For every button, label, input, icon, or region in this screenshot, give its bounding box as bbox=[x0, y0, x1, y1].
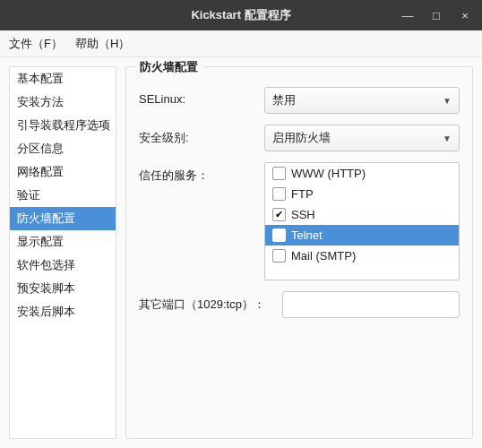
service-item-4[interactable]: Mail (SMTP) bbox=[265, 246, 459, 266]
service-label: WWW (HTTP) bbox=[291, 167, 366, 180]
service-label: Mail (SMTP) bbox=[291, 249, 356, 263]
other-ports-input[interactable] bbox=[282, 291, 460, 318]
service-label: FTP bbox=[291, 187, 314, 201]
service-item-2[interactable]: ✔SSH bbox=[265, 204, 459, 225]
checkbox-icon[interactable] bbox=[272, 228, 286, 242]
checkbox-icon[interactable] bbox=[272, 167, 286, 180]
firewall-groupbox: 防火墙配置 SELinux: 禁用 ▼ 安全级别: 启用防火墙 ▼ 信任的服务：… bbox=[125, 66, 473, 439]
sidebar: 基本配置安装方法引导装载程序选项分区信息网络配置验证防火墙配置显示配置软件包选择… bbox=[9, 66, 116, 439]
menu-help[interactable]: 帮助（H） bbox=[75, 36, 130, 52]
content-area: 基本配置安装方法引导装载程序选项分区信息网络配置验证防火墙配置显示配置软件包选择… bbox=[0, 57, 482, 448]
sidebar-item-6[interactable]: 防火墙配置 bbox=[10, 207, 116, 230]
service-item-3[interactable]: Telnet bbox=[265, 225, 459, 246]
sidebar-item-2[interactable]: 引导装载程序选项 bbox=[10, 114, 116, 137]
sidebar-item-1[interactable]: 安装方法 bbox=[10, 90, 116, 114]
service-item-1[interactable]: FTP bbox=[265, 184, 459, 204]
sidebar-item-0[interactable]: 基本配置 bbox=[10, 67, 116, 90]
minimize-button[interactable]: — bbox=[398, 5, 417, 25]
selinux-row: SELinux: 禁用 ▼ bbox=[139, 87, 460, 114]
service-item-0[interactable]: WWW (HTTP) bbox=[265, 163, 459, 184]
selinux-value: 禁用 bbox=[272, 92, 296, 108]
window-controls: — □ × bbox=[398, 5, 475, 25]
trusted-services-label: 信任的服务： bbox=[139, 162, 264, 184]
menu-file[interactable]: 文件（F） bbox=[9, 36, 63, 52]
security-level-combobox[interactable]: 启用防火墙 ▼ bbox=[264, 125, 460, 151]
trusted-services-row: 信任的服务： WWW (HTTP)FTP✔SSHTelnetMail (SMTP… bbox=[139, 162, 460, 280]
selinux-label: SELinux: bbox=[139, 87, 264, 106]
main-panel: 防火墙配置 SELinux: 禁用 ▼ 安全级别: 启用防火墙 ▼ 信任的服务：… bbox=[125, 66, 473, 439]
chevron-down-icon: ▼ bbox=[443, 96, 452, 106]
sidebar-item-8[interactable]: 软件包选择 bbox=[10, 254, 116, 277]
checkbox-icon[interactable] bbox=[272, 249, 286, 263]
security-level-value: 启用防火墙 bbox=[272, 130, 331, 146]
close-button[interactable]: × bbox=[455, 5, 475, 25]
chevron-down-icon: ▼ bbox=[443, 134, 452, 143]
maximize-button[interactable]: □ bbox=[426, 5, 446, 25]
security-level-row: 安全级别: 启用防火墙 ▼ bbox=[139, 125, 460, 151]
selinux-combobox[interactable]: 禁用 ▼ bbox=[264, 87, 460, 114]
menubar: 文件（F） 帮助（H） bbox=[0, 30, 482, 57]
service-label: Telnet bbox=[291, 228, 323, 242]
checkbox-icon[interactable] bbox=[272, 187, 286, 201]
sidebar-item-9[interactable]: 预安装脚本 bbox=[10, 277, 116, 300]
other-ports-row: 其它端口（1029:tcp）： bbox=[139, 291, 460, 318]
sidebar-item-3[interactable]: 分区信息 bbox=[10, 137, 116, 160]
groupbox-title: 防火墙配置 bbox=[135, 59, 202, 75]
sidebar-item-7[interactable]: 显示配置 bbox=[10, 230, 116, 254]
sidebar-item-4[interactable]: 网络配置 bbox=[10, 160, 116, 184]
service-label: SSH bbox=[291, 208, 315, 221]
other-ports-label: 其它端口（1029:tcp）： bbox=[139, 291, 282, 313]
sidebar-item-5[interactable]: 验证 bbox=[10, 184, 116, 207]
titlebar: Kickstart 配置程序 — □ × bbox=[0, 0, 482, 30]
sidebar-item-10[interactable]: 安装后脚本 bbox=[10, 300, 116, 323]
trusted-services-list[interactable]: WWW (HTTP)FTP✔SSHTelnetMail (SMTP) bbox=[264, 162, 460, 280]
security-level-label: 安全级别: bbox=[139, 125, 264, 146]
checkbox-icon[interactable]: ✔ bbox=[272, 208, 286, 221]
